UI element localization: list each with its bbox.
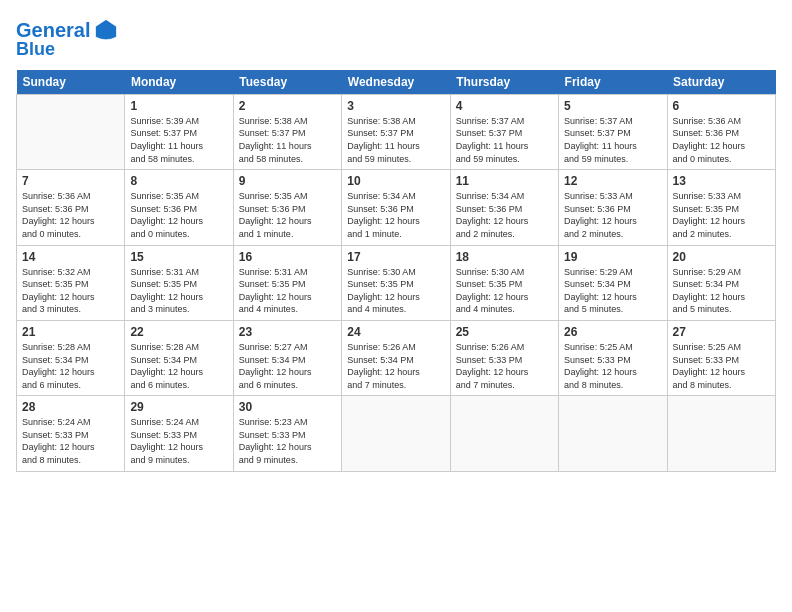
col-tuesday: Tuesday xyxy=(233,70,341,95)
day-number: 9 xyxy=(239,174,336,188)
logo-icon xyxy=(92,16,120,44)
calendar-cell: 14Sunrise: 5:32 AMSunset: 5:35 PMDayligh… xyxy=(17,245,125,320)
calendar-cell: 21Sunrise: 5:28 AMSunset: 5:34 PMDayligh… xyxy=(17,320,125,395)
day-info: Sunrise: 5:26 AMSunset: 5:33 PMDaylight:… xyxy=(456,341,553,391)
day-number: 17 xyxy=(347,250,444,264)
calendar-cell xyxy=(17,94,125,169)
day-number: 15 xyxy=(130,250,227,264)
day-number: 22 xyxy=(130,325,227,339)
calendar-cell: 1Sunrise: 5:39 AMSunset: 5:37 PMDaylight… xyxy=(125,94,233,169)
calendar-cell: 24Sunrise: 5:26 AMSunset: 5:34 PMDayligh… xyxy=(342,320,450,395)
day-info: Sunrise: 5:33 AMSunset: 5:36 PMDaylight:… xyxy=(564,190,661,240)
calendar-cell: 15Sunrise: 5:31 AMSunset: 5:35 PMDayligh… xyxy=(125,245,233,320)
day-info: Sunrise: 5:35 AMSunset: 5:36 PMDaylight:… xyxy=(239,190,336,240)
day-number: 16 xyxy=(239,250,336,264)
day-number: 3 xyxy=(347,99,444,113)
col-monday: Monday xyxy=(125,70,233,95)
day-info: Sunrise: 5:36 AMSunset: 5:36 PMDaylight:… xyxy=(673,115,770,165)
calendar-cell: 12Sunrise: 5:33 AMSunset: 5:36 PMDayligh… xyxy=(559,170,667,245)
calendar-cell: 11Sunrise: 5:34 AMSunset: 5:36 PMDayligh… xyxy=(450,170,558,245)
day-info: Sunrise: 5:31 AMSunset: 5:35 PMDaylight:… xyxy=(130,266,227,316)
page: General Blue Sunday Monday Tuesday Wedne… xyxy=(0,0,792,612)
day-number: 10 xyxy=(347,174,444,188)
calendar-header-row: Sunday Monday Tuesday Wednesday Thursday… xyxy=(17,70,776,95)
calendar-cell: 13Sunrise: 5:33 AMSunset: 5:35 PMDayligh… xyxy=(667,170,775,245)
calendar-cell: 7Sunrise: 5:36 AMSunset: 5:36 PMDaylight… xyxy=(17,170,125,245)
day-info: Sunrise: 5:33 AMSunset: 5:35 PMDaylight:… xyxy=(673,190,770,240)
day-info: Sunrise: 5:39 AMSunset: 5:37 PMDaylight:… xyxy=(130,115,227,165)
calendar-cell: 22Sunrise: 5:28 AMSunset: 5:34 PMDayligh… xyxy=(125,320,233,395)
calendar-cell: 27Sunrise: 5:25 AMSunset: 5:33 PMDayligh… xyxy=(667,320,775,395)
day-info: Sunrise: 5:25 AMSunset: 5:33 PMDaylight:… xyxy=(673,341,770,391)
calendar-cell: 8Sunrise: 5:35 AMSunset: 5:36 PMDaylight… xyxy=(125,170,233,245)
day-number: 2 xyxy=(239,99,336,113)
day-number: 18 xyxy=(456,250,553,264)
calendar-cell: 19Sunrise: 5:29 AMSunset: 5:34 PMDayligh… xyxy=(559,245,667,320)
day-info: Sunrise: 5:38 AMSunset: 5:37 PMDaylight:… xyxy=(239,115,336,165)
logo-text: General xyxy=(16,19,90,41)
day-info: Sunrise: 5:34 AMSunset: 5:36 PMDaylight:… xyxy=(456,190,553,240)
day-info: Sunrise: 5:27 AMSunset: 5:34 PMDaylight:… xyxy=(239,341,336,391)
calendar-cell: 10Sunrise: 5:34 AMSunset: 5:36 PMDayligh… xyxy=(342,170,450,245)
day-number: 21 xyxy=(22,325,119,339)
day-number: 19 xyxy=(564,250,661,264)
day-info: Sunrise: 5:34 AMSunset: 5:36 PMDaylight:… xyxy=(347,190,444,240)
calendar-cell xyxy=(559,396,667,471)
calendar-cell: 30Sunrise: 5:23 AMSunset: 5:33 PMDayligh… xyxy=(233,396,341,471)
day-number: 8 xyxy=(130,174,227,188)
col-wednesday: Wednesday xyxy=(342,70,450,95)
calendar-cell: 26Sunrise: 5:25 AMSunset: 5:33 PMDayligh… xyxy=(559,320,667,395)
calendar-cell: 5Sunrise: 5:37 AMSunset: 5:37 PMDaylight… xyxy=(559,94,667,169)
day-info: Sunrise: 5:35 AMSunset: 5:36 PMDaylight:… xyxy=(130,190,227,240)
day-info: Sunrise: 5:31 AMSunset: 5:35 PMDaylight:… xyxy=(239,266,336,316)
logo: General Blue xyxy=(16,16,120,60)
day-number: 24 xyxy=(347,325,444,339)
day-number: 30 xyxy=(239,400,336,414)
col-saturday: Saturday xyxy=(667,70,775,95)
day-info: Sunrise: 5:28 AMSunset: 5:34 PMDaylight:… xyxy=(22,341,119,391)
day-number: 11 xyxy=(456,174,553,188)
col-sunday: Sunday xyxy=(17,70,125,95)
day-number: 25 xyxy=(456,325,553,339)
day-info: Sunrise: 5:29 AMSunset: 5:34 PMDaylight:… xyxy=(564,266,661,316)
day-info: Sunrise: 5:29 AMSunset: 5:34 PMDaylight:… xyxy=(673,266,770,316)
calendar-cell: 3Sunrise: 5:38 AMSunset: 5:37 PMDaylight… xyxy=(342,94,450,169)
calendar-cell xyxy=(450,396,558,471)
calendar-cell: 23Sunrise: 5:27 AMSunset: 5:34 PMDayligh… xyxy=(233,320,341,395)
calendar-cell: 9Sunrise: 5:35 AMSunset: 5:36 PMDaylight… xyxy=(233,170,341,245)
day-info: Sunrise: 5:26 AMSunset: 5:34 PMDaylight:… xyxy=(347,341,444,391)
calendar: Sunday Monday Tuesday Wednesday Thursday… xyxy=(16,70,776,472)
day-number: 26 xyxy=(564,325,661,339)
day-number: 23 xyxy=(239,325,336,339)
day-info: Sunrise: 5:25 AMSunset: 5:33 PMDaylight:… xyxy=(564,341,661,391)
day-info: Sunrise: 5:38 AMSunset: 5:37 PMDaylight:… xyxy=(347,115,444,165)
day-number: 5 xyxy=(564,99,661,113)
day-number: 27 xyxy=(673,325,770,339)
day-info: Sunrise: 5:37 AMSunset: 5:37 PMDaylight:… xyxy=(456,115,553,165)
calendar-cell xyxy=(342,396,450,471)
day-info: Sunrise: 5:23 AMSunset: 5:33 PMDaylight:… xyxy=(239,416,336,466)
day-number: 14 xyxy=(22,250,119,264)
day-number: 7 xyxy=(22,174,119,188)
calendar-cell: 2Sunrise: 5:38 AMSunset: 5:37 PMDaylight… xyxy=(233,94,341,169)
calendar-cell: 4Sunrise: 5:37 AMSunset: 5:37 PMDaylight… xyxy=(450,94,558,169)
day-info: Sunrise: 5:28 AMSunset: 5:34 PMDaylight:… xyxy=(130,341,227,391)
calendar-cell: 20Sunrise: 5:29 AMSunset: 5:34 PMDayligh… xyxy=(667,245,775,320)
day-number: 1 xyxy=(130,99,227,113)
calendar-cell xyxy=(667,396,775,471)
day-info: Sunrise: 5:24 AMSunset: 5:33 PMDaylight:… xyxy=(22,416,119,466)
calendar-cell: 18Sunrise: 5:30 AMSunset: 5:35 PMDayligh… xyxy=(450,245,558,320)
day-number: 20 xyxy=(673,250,770,264)
header: General Blue xyxy=(16,16,776,60)
day-info: Sunrise: 5:32 AMSunset: 5:35 PMDaylight:… xyxy=(22,266,119,316)
day-number: 12 xyxy=(564,174,661,188)
day-number: 4 xyxy=(456,99,553,113)
day-info: Sunrise: 5:30 AMSunset: 5:35 PMDaylight:… xyxy=(456,266,553,316)
calendar-cell: 16Sunrise: 5:31 AMSunset: 5:35 PMDayligh… xyxy=(233,245,341,320)
day-info: Sunrise: 5:30 AMSunset: 5:35 PMDaylight:… xyxy=(347,266,444,316)
day-number: 29 xyxy=(130,400,227,414)
day-info: Sunrise: 5:36 AMSunset: 5:36 PMDaylight:… xyxy=(22,190,119,240)
calendar-cell: 25Sunrise: 5:26 AMSunset: 5:33 PMDayligh… xyxy=(450,320,558,395)
calendar-cell: 6Sunrise: 5:36 AMSunset: 5:36 PMDaylight… xyxy=(667,94,775,169)
day-number: 6 xyxy=(673,99,770,113)
